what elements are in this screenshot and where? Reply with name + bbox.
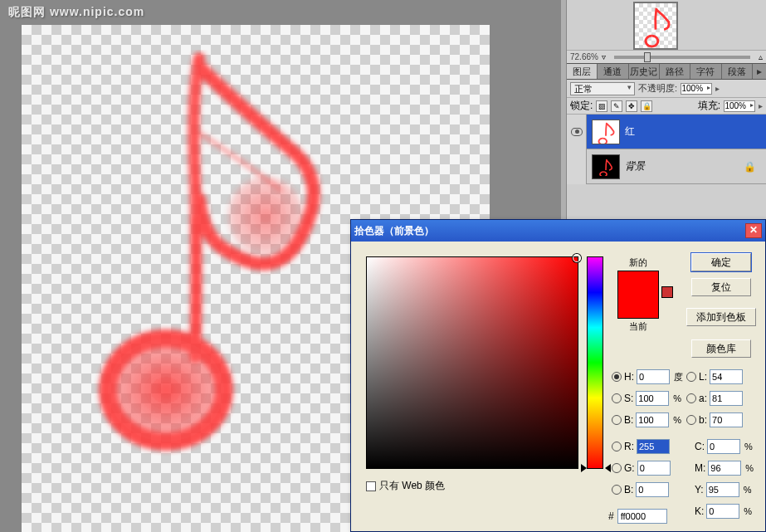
- c-input[interactable]: [707, 439, 740, 454]
- s-row: S: %: [612, 391, 681, 406]
- tab-paths[interactable]: 路径: [660, 64, 690, 79]
- b-lab-label: b:: [699, 414, 707, 426]
- k-label: K:: [695, 505, 704, 517]
- h-radio[interactable]: [612, 372, 622, 382]
- k-input[interactable]: [706, 504, 739, 519]
- l-row: L:: [686, 369, 743, 384]
- b-lab-radio[interactable]: [686, 415, 696, 425]
- m-unit: %: [745, 463, 754, 473]
- opacity-popup-icon[interactable]: ▸: [715, 84, 720, 93]
- fill-label: 填充:: [698, 99, 720, 113]
- l-radio[interactable]: [686, 372, 696, 382]
- close-icon[interactable]: ✕: [745, 223, 762, 238]
- l-input[interactable]: [710, 369, 743, 384]
- c-row: C: %: [695, 439, 753, 454]
- g-input[interactable]: [637, 461, 671, 476]
- navigator-bottom-bar: 72.66% ▿ ▵: [567, 50, 766, 63]
- tab-history[interactable]: 历史记: [629, 64, 660, 79]
- s-unit: %: [673, 393, 681, 403]
- lock-all-icon[interactable]: 🔒: [641, 100, 652, 112]
- navigator-zoom-slider[interactable]: [614, 56, 750, 59]
- h-row: H: 度: [612, 369, 683, 384]
- layer-thumbnail[interactable]: [592, 154, 620, 179]
- layer-visibility-toggle[interactable]: [567, 149, 587, 184]
- g-radio[interactable]: [612, 463, 622, 473]
- k-unit: %: [744, 506, 752, 516]
- layer-item-red[interactable]: 红: [567, 115, 766, 149]
- layer-name[interactable]: 背景: [625, 159, 645, 173]
- y-unit: %: [744, 485, 752, 495]
- h-unit: 度: [674, 371, 683, 383]
- tab-layers[interactable]: 图层: [567, 64, 598, 79]
- b-hsb-row: B: %: [612, 412, 681, 427]
- r-row: R:: [612, 439, 670, 454]
- lock-brush-icon[interactable]: ✎: [611, 100, 622, 112]
- ok-button[interactable]: 确定: [691, 253, 751, 271]
- tab-channels[interactable]: 通道: [598, 64, 628, 79]
- fill-field[interactable]: 100%: [724, 100, 755, 112]
- a-radio[interactable]: [686, 393, 696, 403]
- dialog-titlebar[interactable]: 拾色器（前景色） ✕: [351, 220, 765, 242]
- web-colors-checkbox-row: 只有 Web 颜色: [366, 479, 445, 493]
- r-radio[interactable]: [612, 442, 622, 451]
- gamut-warning-swatch[interactable]: [661, 286, 673, 298]
- s-radio[interactable]: [612, 393, 622, 403]
- m-label: M:: [695, 462, 705, 474]
- lock-transparent-icon[interactable]: ▨: [596, 100, 607, 112]
- color-library-button[interactable]: 颜色库: [691, 339, 751, 358]
- a-label: a:: [699, 393, 707, 404]
- m-input[interactable]: [708, 461, 741, 476]
- b-hsb-unit: %: [673, 415, 681, 425]
- blend-mode-select[interactable]: 正常: [570, 82, 635, 95]
- y-row: Y: %: [695, 482, 751, 497]
- b-lab-input[interactable]: [710, 412, 743, 427]
- panel-tab-row: 图层 通道 历史记 路径 字符 段落 ▸: [567, 63, 766, 80]
- b-rgb-radio[interactable]: [612, 485, 622, 495]
- g-label: G:: [624, 462, 635, 474]
- zoom-out-icon[interactable]: ▿: [602, 52, 606, 61]
- y-input[interactable]: [706, 482, 739, 497]
- panel-menu-icon[interactable]: ▸: [753, 64, 766, 79]
- color-picker-dialog: 拾色器（前景色） ✕ 新的 当前 确定 复位 添加到色板 颜色库 H: 度 S:: [350, 219, 766, 532]
- b-hsb-label: B:: [624, 414, 633, 426]
- svg-point-1: [108, 339, 224, 442]
- lock-label: 锁定:: [570, 99, 593, 113]
- b-hsb-input[interactable]: [636, 412, 669, 427]
- s-label: S:: [624, 393, 633, 404]
- hue-strip[interactable]: [587, 256, 603, 469]
- navigator-panel: 72.66% ▿ ▵: [567, 0, 766, 63]
- b-hsb-radio[interactable]: [612, 415, 622, 425]
- lock-move-icon[interactable]: ✥: [626, 100, 637, 112]
- layer-item-background[interactable]: 背景 🔒: [567, 149, 766, 184]
- h-input[interactable]: [637, 369, 670, 384]
- saturation-value-field[interactable]: [366, 256, 578, 469]
- hex-label: #: [608, 510, 614, 522]
- r-input[interactable]: [637, 439, 670, 454]
- color-swatch-new[interactable]: [617, 271, 659, 319]
- add-swatch-button[interactable]: 添加到色板: [686, 308, 756, 326]
- opacity-field[interactable]: 100%: [681, 83, 712, 95]
- lock-row: 锁定: ▨ ✎ ✥ 🔒 填充: 100% ▸: [567, 98, 766, 115]
- layer-name[interactable]: 红: [625, 124, 635, 139]
- a-input[interactable]: [710, 391, 743, 406]
- l-label: L:: [699, 371, 707, 383]
- c-unit: %: [744, 442, 753, 451]
- tab-paragraph[interactable]: 段落: [722, 64, 753, 79]
- layer-visibility-toggle[interactable]: [567, 115, 587, 149]
- tab-character[interactable]: 字符: [690, 64, 721, 79]
- navigator-thumbnail[interactable]: [633, 2, 678, 50]
- y-label: Y:: [695, 484, 704, 495]
- b-rgb-input[interactable]: [636, 482, 669, 497]
- s-input[interactable]: [636, 391, 669, 406]
- h-label: H:: [624, 371, 634, 383]
- layer-list: 红 背景 🔒: [567, 115, 766, 184]
- b-rgb-label: B:: [624, 484, 633, 495]
- m-row: M: %: [695, 461, 754, 476]
- web-colors-checkbox[interactable]: [366, 481, 376, 491]
- navigator-zoom-value: 72.66%: [570, 52, 598, 61]
- fill-popup-icon[interactable]: ▸: [759, 101, 763, 110]
- layer-thumbnail[interactable]: [592, 120, 620, 144]
- zoom-in-icon[interactable]: ▵: [759, 52, 763, 61]
- reset-button[interactable]: 复位: [691, 278, 751, 296]
- hex-input[interactable]: [617, 509, 667, 524]
